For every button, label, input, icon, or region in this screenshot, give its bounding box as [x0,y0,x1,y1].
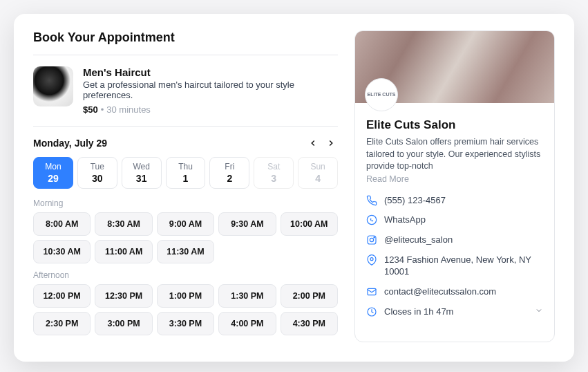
read-more-link[interactable]: Read More [366,174,543,184]
time-slot[interactable]: 1:30 PM [218,284,276,308]
contact-text: @elitecuts_salon [384,234,543,246]
date-nav [306,136,338,150]
day-of-week: Sun [298,162,337,171]
contact-text: Closes in 1h 47m [384,306,528,318]
day-number: 29 [34,173,73,184]
service-meta: $50•30 minutes [83,104,338,115]
time-slot[interactable]: 8:30 AM [95,212,152,236]
contact-list: (555) 123-4567WhatsApp@elitecuts_salon12… [366,195,543,318]
day-cell: Sun4 [298,157,338,189]
contact-row[interactable]: WhatsApp [366,214,543,226]
instagram-icon [366,234,377,245]
svg-point-0 [367,216,376,225]
time-slot[interactable]: 12:30 PM [95,284,152,308]
contact-row[interactable]: Closes in 1h 47m [366,306,543,318]
time-slot[interactable]: 2:00 PM [281,284,338,308]
day-number: 3 [254,173,293,184]
service-block: Men's Haircut Get a professional men's h… [33,55,338,127]
day-of-week: Sat [254,162,293,171]
service-image [33,66,73,106]
day-number: 2 [210,173,249,184]
selected-date-label: Monday, July 29 [33,138,107,149]
page-title: Book Your Appointment [33,30,338,55]
time-slot[interactable]: 11:00 AM [95,240,152,263]
meta-separator: • [101,104,104,115]
days-row: Mon29Tue30Wed31Thu1Fri2Sat3Sun4 [33,157,338,189]
salon-name: Elite Cuts Salon [366,118,543,132]
next-week-button[interactable] [324,136,338,150]
svg-point-2 [370,239,373,242]
time-slot[interactable]: 8:00 AM [33,212,91,236]
prev-week-button[interactable] [306,136,320,150]
date-header: Monday, July 29 [33,136,338,150]
salon-cover-image: ELITE CUTS [355,31,554,103]
day-of-week: Wed [122,162,161,171]
contact-row[interactable]: 1234 Fashion Avenue, New York, NY 10001 [366,254,543,278]
day-of-week: Mon [34,162,73,171]
time-group-label: Morning [33,198,338,208]
time-slot[interactable]: 10:30 AM [33,240,91,263]
day-cell[interactable]: Thu1 [166,157,206,189]
chevron-right-icon [326,138,336,148]
location-icon [366,254,377,266]
svg-point-4 [370,258,373,261]
time-slots-grid: 8:00 AM8:30 AM9:00 AM9:30 AM10:00 AM10:3… [33,212,338,263]
email-icon [366,286,377,297]
day-number: 4 [298,173,337,184]
clock-icon [366,306,377,317]
time-slot[interactable]: 3:30 PM [157,312,214,335]
time-slot[interactable]: 2:30 PM [33,312,91,335]
day-number: 31 [122,173,161,184]
day-cell[interactable]: Wed31 [122,157,162,189]
salon-description: Elite Cuts Salon offers premium hair ser… [366,136,543,173]
service-description: Get a professional men's haircut tailore… [83,80,338,100]
time-slots-grid: 12:00 PM12:30 PM1:00 PM1:30 PM2:00 PM2:3… [33,284,338,335]
time-slot[interactable]: 3:00 PM [95,312,152,335]
whatsapp-icon [366,214,377,225]
contact-text: 1234 Fashion Avenue, New York, NY 10001 [384,254,543,278]
contact-text: contact@elitecutssalon.com [384,286,543,298]
service-title: Men's Haircut [83,66,338,78]
day-of-week: Thu [167,162,205,171]
contact-text: (555) 123-4567 [384,195,543,207]
salon-logo-text: ELITE CUTS [368,92,396,97]
salon-logo: ELITE CUTS [365,78,398,111]
svg-point-3 [374,237,374,238]
service-body: Men's Haircut Get a professional men's h… [83,66,338,115]
salon-body: Elite Cuts Salon Elite Cuts Salon offers… [355,103,554,329]
day-cell: Sat3 [254,157,294,189]
time-slot[interactable]: 10:00 AM [281,212,338,236]
booking-card: Book Your Appointment Men's Haircut Get … [14,14,574,362]
time-group-label: Afternoon [33,270,338,280]
time-slot[interactable]: 4:00 PM [218,312,276,335]
chevron-down-icon [535,306,543,315]
contact-row[interactable]: @elitecuts_salon [366,234,543,246]
day-cell[interactable]: Fri2 [209,157,249,189]
service-duration: 30 minutes [106,104,151,115]
time-slot[interactable]: 9:30 AM [218,212,276,236]
day-of-week: Fri [210,162,249,171]
day-of-week: Tue [78,162,117,171]
time-slot[interactable]: 9:00 AM [157,212,214,236]
time-slot[interactable]: 11:30 AM [157,240,214,263]
day-cell[interactable]: Tue30 [77,157,117,189]
day-cell[interactable]: Mon29 [33,157,73,189]
time-slot[interactable]: 4:30 PM [281,312,338,335]
time-slot[interactable]: 12:00 PM [33,284,91,308]
day-number: 30 [78,173,117,184]
contact-text: WhatsApp [384,214,543,226]
salon-panel: ELITE CUTS Elite Cuts Salon Elite Cuts S… [354,30,555,342]
day-number: 1 [167,173,205,184]
left-panel: Book Your Appointment Men's Haircut Get … [33,30,338,342]
contact-row[interactable]: (555) 123-4567 [366,195,543,207]
chevron-left-icon [308,138,318,148]
contact-row[interactable]: contact@elitecutssalon.com [366,286,543,298]
time-groups: Morning8:00 AM8:30 AM9:00 AM9:30 AM10:00… [33,198,338,335]
time-slot[interactable]: 1:00 PM [157,284,214,308]
phone-icon [366,195,377,206]
service-price: $50 [83,104,98,115]
